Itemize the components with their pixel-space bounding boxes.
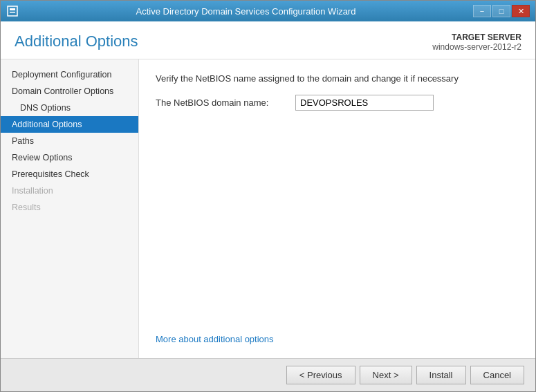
sidebar-item-domain-controller-options[interactable]: Domain Controller Options — [1, 83, 138, 100]
sidebar-item-installation: Installation — [1, 183, 138, 199]
svg-rect-1 — [10, 8, 15, 10]
netbios-label: The NetBIOS domain name: — [156, 97, 287, 108]
content-description: Verify the NetBIOS name assigned to the … — [156, 73, 519, 84]
previous-button[interactable]: < Previous — [286, 366, 355, 384]
target-server-info: TARGET SERVER windows-server-2012-r2 — [432, 32, 521, 52]
maximize-button[interactable]: □ — [492, 5, 510, 17]
link-area: More about additional options — [156, 313, 519, 344]
next-button[interactable]: Next > — [360, 366, 412, 384]
minimize-button[interactable]: − — [473, 5, 491, 17]
netbios-input[interactable] — [295, 95, 434, 111]
sidebar-item-additional-options[interactable]: Additional Options — [1, 116, 138, 133]
footer: < Previous Next > Install Cancel — [1, 358, 535, 391]
more-about-link[interactable]: More about additional options — [156, 334, 274, 344]
sidebar-item-deployment-configuration[interactable]: Deployment Configuration — [1, 66, 138, 83]
window-controls: − □ ✕ — [473, 5, 530, 17]
close-button[interactable]: ✕ — [512, 5, 530, 17]
wizard-window: Active Directory Domain Services Configu… — [0, 0, 536, 392]
server-name: windows-server-2012-r2 — [432, 42, 521, 52]
body-area: Deployment ConfigurationDomain Controlle… — [1, 59, 535, 358]
page-title: Additional Options — [15, 32, 138, 50]
sidebar: Deployment ConfigurationDomain Controlle… — [1, 59, 139, 358]
app-icon — [6, 6, 19, 16]
content-inner: Verify the NetBIOS name assigned to the … — [156, 73, 519, 344]
svg-rect-2 — [10, 12, 15, 13]
netbios-form-row: The NetBIOS domain name: — [156, 95, 519, 111]
main-content: Additional Options TARGET SERVER windows… — [1, 21, 535, 358]
svg-rect-0 — [8, 6, 17, 16]
target-server-label: TARGET SERVER — [432, 32, 521, 42]
install-button[interactable]: Install — [416, 366, 466, 384]
cancel-button[interactable]: Cancel — [470, 366, 524, 384]
header-area: Additional Options TARGET SERVER windows… — [1, 21, 535, 59]
titlebar: Active Directory Domain Services Configu… — [1, 1, 535, 21]
sidebar-item-dns-options[interactable]: DNS Options — [1, 100, 138, 116]
content-area: Verify the NetBIOS name assigned to the … — [139, 59, 535, 358]
sidebar-item-prerequisites-check[interactable]: Prerequisites Check — [1, 166, 138, 183]
window-title: Active Directory Domain Services Configu… — [19, 6, 473, 17]
sidebar-item-results: Results — [1, 199, 138, 216]
sidebar-item-paths[interactable]: Paths — [1, 133, 138, 149]
sidebar-item-review-options[interactable]: Review Options — [1, 149, 138, 166]
